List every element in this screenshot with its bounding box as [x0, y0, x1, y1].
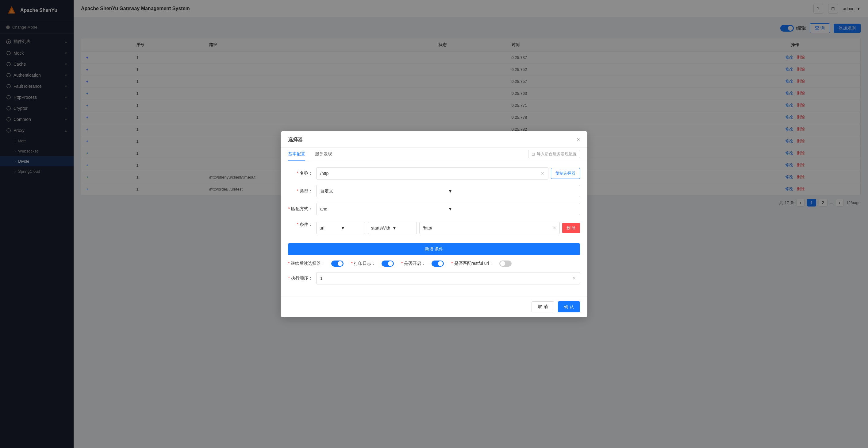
name-clear-icon[interactable]: ✕: [541, 171, 545, 176]
order-input-wrap: ✕: [316, 272, 580, 285]
print-log-toggle-item: 打印日志：: [351, 261, 394, 267]
modal-title: 选择器: [288, 137, 303, 143]
copy-selector-btn[interactable]: 复制选择器: [551, 168, 580, 179]
cond-sw-arrow: ▼: [392, 226, 413, 231]
continue-toggle-item: 继续后续选择器：: [288, 261, 343, 267]
restful-label: 是否匹配restful uri：: [451, 261, 493, 266]
type-value: 自定义: [320, 188, 448, 194]
name-label: 名称：: [288, 171, 313, 176]
toggle-row: 继续后续选择器： 打印日志： 是否开启： 是否匹配restful uri：: [288, 261, 580, 267]
selector-modal: 选择器 × 基本配置 服务发现 ⊡ 导入后台服务发现配置 名称： ✕ 复制选择器: [281, 131, 587, 317]
type-field-row: 类型： 自定义 ▼: [288, 185, 580, 197]
cancel-button[interactable]: 取 消: [531, 301, 554, 312]
order-label: 执行顺序：: [288, 275, 313, 281]
add-condition-btn[interactable]: 新增 条件: [288, 243, 580, 255]
type-label: 类型：: [288, 188, 313, 194]
cond-select-uri[interactable]: uri ▼: [316, 222, 365, 234]
is-open-toggle[interactable]: [432, 261, 444, 267]
cond-value-input[interactable]: [423, 226, 552, 231]
cond-sw-value: startsWith: [371, 226, 392, 231]
cond-clear-icon[interactable]: ✕: [553, 226, 556, 231]
match-arrow-icon: ▼: [448, 207, 576, 211]
modal-footer: 取 消 确 认: [281, 296, 587, 317]
print-log-label: 打印日志：: [351, 261, 375, 266]
type-select[interactable]: 自定义 ▼: [316, 185, 580, 197]
tab-basic-config[interactable]: 基本配置: [288, 148, 305, 161]
print-log-toggle[interactable]: [381, 261, 394, 267]
order-field-row: 执行顺序： ✕: [288, 272, 580, 285]
cond-uri-arrow: ▼: [341, 226, 362, 231]
condition-row-1: uri ▼ startsWith ▼ ✕ 删 除: [316, 222, 580, 234]
match-label: 匹配方式：: [288, 206, 313, 212]
continue-toggle[interactable]: [331, 261, 343, 267]
type-arrow-icon: ▼: [448, 189, 576, 193]
tab-service-discovery[interactable]: 服务发现: [315, 148, 332, 161]
import-config-btn[interactable]: ⊡ 导入后台服务发现配置: [528, 150, 580, 158]
modal-header: 选择器 ×: [281, 131, 587, 148]
modal-overlay: 选择器 × 基本配置 服务发现 ⊡ 导入后台服务发现配置 名称： ✕ 复制选择器: [0, 0, 868, 448]
cond-value-wrap: ✕: [419, 222, 560, 234]
match-value: and: [320, 207, 448, 211]
modal-close-btn[interactable]: ×: [577, 137, 580, 142]
condition-label-row: 条件： uri ▼ startsWith ▼ ✕: [288, 220, 580, 238]
is-open-toggle-item: 是否开启：: [401, 261, 444, 267]
order-clear-icon[interactable]: ✕: [572, 276, 576, 281]
import-label: 导入后台服务发现配置: [537, 151, 577, 157]
continue-label: 继续后续选择器：: [288, 261, 325, 266]
cond-select-starts-with[interactable]: startsWith ▼: [368, 222, 417, 234]
name-input[interactable]: [320, 171, 539, 176]
match-select[interactable]: and ▼: [316, 203, 580, 215]
match-field-row: 匹配方式： and ▼: [288, 203, 580, 215]
name-field-row: 名称： ✕ 复制选择器: [288, 167, 580, 180]
cond-uri-value: uri: [319, 226, 341, 231]
restful-toggle[interactable]: [499, 261, 512, 267]
restful-toggle-item: 是否匹配restful uri：: [451, 261, 512, 267]
modal-tabs: 基本配置 服务发现 ⊡ 导入后台服务发现配置: [281, 148, 587, 161]
order-input[interactable]: [320, 276, 571, 281]
is-open-label: 是否开启：: [401, 261, 426, 266]
condition-area: uri ▼ startsWith ▼ ✕ 删 除: [316, 222, 580, 238]
name-input-wrap: ✕: [316, 167, 549, 180]
delete-condition-btn[interactable]: 删 除: [562, 223, 580, 233]
condition-label: 条件：: [288, 222, 313, 228]
confirm-button[interactable]: 确 认: [558, 301, 580, 312]
import-icon: ⊡: [531, 152, 535, 156]
modal-body: 名称： ✕ 复制选择器 类型： 自定义 ▼ 匹配方式： and: [281, 161, 587, 296]
